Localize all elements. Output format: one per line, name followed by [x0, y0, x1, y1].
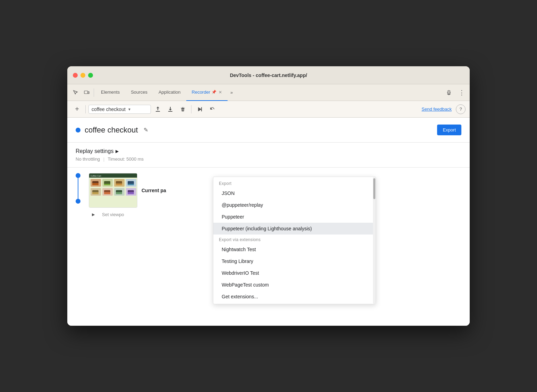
device-toolbar-icon: [84, 90, 90, 95]
recording-name-text: coffee checkout: [92, 106, 126, 112]
play-step-icon: [197, 106, 203, 112]
titlebar: DevTools - coffee-cart.netlify.app/: [67, 66, 470, 84]
svg-rect-30: [128, 192, 134, 194]
dropdown-item-nightwatch[interactable]: Nightwatch Test: [213, 244, 376, 255]
timeline-line: [78, 178, 78, 199]
dropdown-scrollbar[interactable]: [373, 177, 376, 304]
svg-rect-18: [128, 184, 134, 185]
export-header-button[interactable]: Export: [437, 125, 461, 135]
add-recording-button[interactable]: +: [71, 104, 83, 115]
minimize-button[interactable]: [80, 73, 85, 78]
replay-settings-arrow-icon: ▶: [116, 149, 119, 154]
plus-icon: +: [75, 105, 79, 113]
export-dropdown: Export JSON @puppeteer/replay Puppeteer …: [213, 177, 376, 304]
step-current-page-info: Current pa: [142, 188, 166, 193]
settings-icon-button[interactable]: [443, 87, 454, 98]
devtools-window: DevTools - coffee-cart.netlify.app/ Elem…: [67, 66, 470, 326]
settings-separator: |: [103, 156, 104, 162]
more-options-icon-button[interactable]: ⋮: [456, 87, 467, 98]
replay-button[interactable]: [194, 104, 205, 115]
recording-header: coffee checkout ✎ Export: [67, 118, 470, 143]
svg-rect-2: [201, 107, 202, 111]
recording-indicator: [76, 128, 80, 133]
dropdown-item-get-extensions[interactable]: Get extensions...: [213, 291, 376, 302]
step-set-viewport-label: Set viewpo: [102, 212, 124, 217]
throttling-label: No throttling: [76, 156, 100, 162]
tab-application[interactable]: Application: [153, 84, 186, 101]
recorder-toolbar: + coffee checkout ▾: [67, 101, 470, 118]
svg-rect-9: [92, 183, 99, 185]
timeout-label: Timeout: 5000 ms: [108, 156, 144, 162]
expand-icon: ▶: [92, 212, 95, 217]
tab-recorder[interactable]: Recorder 📌 ✕: [186, 84, 228, 101]
step-viewport-arrow: ▶: [89, 212, 98, 217]
dropdown-item-json[interactable]: JSON: [213, 187, 376, 199]
close-button[interactable]: [73, 73, 78, 78]
replay-settings-details: No throttling | Timeout: 5000 ms: [76, 156, 461, 162]
replay-settings-toggle[interactable]: Replay settings ▶: [76, 148, 461, 154]
export-via-extensions-label: Export via extensions: [213, 235, 376, 244]
step-current-page-label: Current pa: [142, 188, 166, 193]
chevron-down-icon: ▾: [128, 107, 130, 112]
tab-close-icon[interactable]: ✕: [219, 90, 222, 95]
svg-rect-21: [92, 192, 99, 194]
edit-recording-icon[interactable]: ✎: [144, 127, 148, 133]
settings-icon: [446, 90, 452, 95]
timeline-dot-2: [76, 199, 80, 204]
tab-elements[interactable]: Elements: [95, 84, 125, 101]
dropdown-item-webdriverio[interactable]: WebdriverIO Test: [213, 267, 376, 279]
main-content: coffee checkout ✎ Export Replay settings…: [67, 118, 470, 326]
dropdown-item-puppeteer[interactable]: Puppeteer: [213, 211, 376, 223]
device-toolbar-icon-button[interactable]: [81, 87, 92, 98]
dropdown-item-puppeteer-lighthouse[interactable]: Puppeteer (including Lighthouse analysis…: [213, 223, 376, 235]
toolbar-separator-2: [191, 105, 191, 113]
svg-rect-0: [84, 91, 88, 94]
recording-title: coffee checkout: [85, 126, 138, 135]
scrollbar-thumb: [373, 178, 375, 199]
window-controls: [73, 73, 93, 78]
tabs-right-actions: ⋮: [443, 87, 467, 98]
export-section-label: Export: [213, 178, 376, 187]
import-button[interactable]: [165, 104, 176, 115]
dropdown-item-webpagetest[interactable]: WebPageTest custom: [213, 279, 376, 291]
delete-button[interactable]: [177, 104, 188, 115]
replay-settings-label: Replay settings: [76, 148, 113, 154]
upload-icon: [155, 106, 161, 112]
svg-rect-27: [116, 192, 122, 194]
start-replay-button[interactable]: [207, 104, 218, 115]
more-tabs-button[interactable]: »: [228, 90, 236, 95]
download-icon: [167, 106, 173, 112]
left-panel: coffee checkout ✎ Export Replay settings…: [67, 118, 470, 326]
step-set-viewport: ▶ Set viewpo: [89, 212, 166, 217]
maximize-button[interactable]: [88, 73, 93, 78]
step-current-page: Coffee Cart: [89, 173, 166, 208]
window-title: DevTools - coffee-cart.netlify.app/: [230, 73, 307, 78]
recording-header-right: Export: [437, 125, 461, 135]
svg-rect-1: [88, 92, 89, 94]
svg-text:Coffee Cart: Coffee Cart: [91, 175, 101, 177]
tab-pin-icon: 📌: [212, 90, 216, 94]
tab-sources[interactable]: Sources: [125, 84, 153, 101]
timeline-dot-1: [76, 173, 80, 178]
help-button[interactable]: ?: [456, 104, 466, 114]
dropdown-item-testing-library[interactable]: Testing Library: [213, 255, 376, 267]
replay-icon: [209, 106, 215, 112]
send-feedback-link[interactable]: Send feedback: [421, 106, 452, 112]
replay-settings-section: Replay settings ▶ No throttling | Timeou…: [67, 143, 470, 168]
trash-icon: [180, 106, 186, 112]
svg-rect-15: [116, 184, 122, 185]
step-screenshot-thumbnail: Coffee Cart: [89, 173, 137, 208]
toolbar-separator-1: [85, 105, 86, 113]
recording-name-selector[interactable]: coffee checkout ▾: [88, 105, 151, 114]
coffee-cart-thumbnail: Coffee Cart: [89, 173, 137, 208]
tab-separator-1: [94, 88, 94, 97]
export-button[interactable]: [152, 104, 163, 115]
svg-rect-12: [104, 184, 110, 185]
inspector-icon: [73, 90, 78, 95]
inspector-icon-button[interactable]: [70, 87, 81, 98]
svg-rect-24: [104, 192, 110, 194]
three-dots-icon: ⋮: [459, 89, 464, 96]
devtools-tabs: Elements Sources Application Recorder 📌 …: [67, 84, 470, 101]
dropdown-item-puppeteer-replay[interactable]: @puppeteer/replay: [213, 199, 376, 211]
timeline: [76, 173, 80, 204]
